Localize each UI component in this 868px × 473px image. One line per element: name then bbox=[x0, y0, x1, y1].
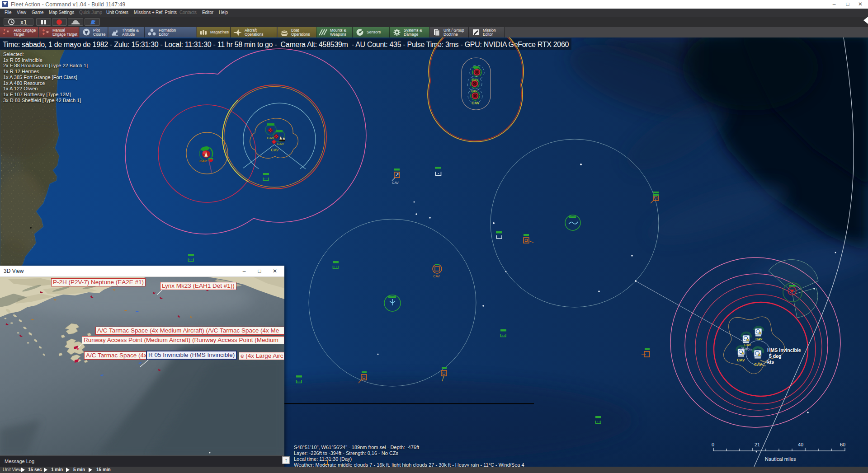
svg-text:HMS Invincible: HMS Invincible bbox=[767, 347, 801, 353]
svg-text:Nautical miles: Nautical miles bbox=[765, 456, 796, 462]
svg-text:CAV: CAV bbox=[433, 274, 440, 278]
svg-text:CAV: CAV bbox=[754, 362, 762, 367]
svg-text:CAV: CAV bbox=[471, 89, 477, 93]
svg-text:CAV: CAV bbox=[472, 101, 480, 105]
svg-text:Time: sábado, 1 de mayo de 198: Time: sábado, 1 de mayo de 1982 - Zulu: … bbox=[3, 41, 569, 48]
svg-text:0: 0 bbox=[712, 442, 714, 447]
svg-text:CAV: CAV bbox=[737, 358, 745, 362]
svg-text:kts: kts bbox=[767, 359, 774, 365]
svg-text:CAV: CAV bbox=[199, 159, 207, 163]
svg-text:60: 60 bbox=[840, 442, 845, 447]
svg-text:21: 21 bbox=[755, 442, 760, 447]
svg-text:CAV: CAV bbox=[267, 136, 274, 140]
svg-text:CAV: CAV bbox=[755, 337, 762, 341]
svg-text:CAV: CAV bbox=[392, 181, 399, 185]
svg-text:40: 40 bbox=[798, 442, 803, 447]
svg-text:5 deg: 5 deg bbox=[769, 353, 781, 359]
svg-text:CAV: CAV bbox=[271, 148, 279, 152]
svg-text:CAV: CAV bbox=[472, 78, 478, 82]
svg-text:CAV: CAV bbox=[277, 142, 284, 146]
